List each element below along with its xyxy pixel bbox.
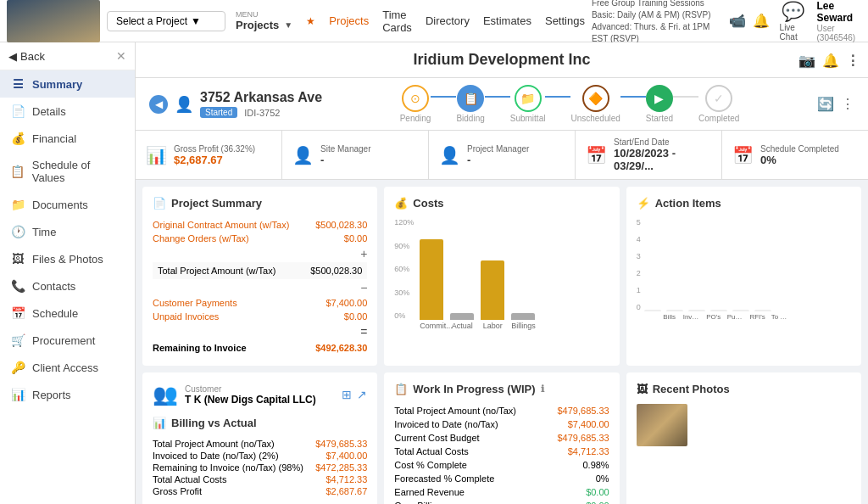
step-bidding[interactable]: 📋 Bidding [456,85,484,123]
chart-y-labels: 120% 90% 60% 30% 0% [394,218,414,320]
main-layout: ◀ Back ✕ ☰ Summary 📄 Details 💰 Financial… [0,42,868,504]
customer-payments-value: $7,400.00 [326,298,367,308]
recent-photos-card: 🖼 Recent Photos [626,372,861,504]
close-sidebar-button[interactable]: ✕ [116,49,126,63]
sidebar-item-files-photos[interactable]: 🖼 Files & Photos [0,245,135,272]
photo-thumb-1[interactable] [637,404,687,446]
sidebar-item-reports[interactable]: 📊 Reports [0,381,135,408]
stat-site-manager-content: Site Manager - [320,144,370,166]
step-submittal-circle: 📁 [515,85,542,112]
sidebar-item-procurement[interactable]: 🛒 Procurement [0,327,135,354]
more-icon[interactable]: ⋮ [846,52,860,68]
sidebar-item-details[interactable]: 📄 Details [0,98,135,125]
bell-icon[interactable]: 🔔 [753,13,770,29]
nav-directory[interactable]: Directory [426,14,470,27]
billing-vs-actual-title: 📊 Billing vs Actual [153,417,367,429]
action-bar-bills [644,310,661,311]
project-select[interactable]: Select a Project ▼ [107,11,225,31]
wip-value-7: $0.00 [586,501,609,504]
step-started[interactable]: ▶ Started [646,85,673,123]
customer-actions: ⊞ ↗ [342,388,367,401]
main-grid: 📄 Project Summary Original Contract Amou… [136,180,868,504]
refresh-button[interactable]: 🔄 [817,96,834,112]
nav-settings[interactable]: Settings [545,14,585,27]
bar-actual [450,313,474,320]
sidebar-item-files-photos-label: Files & Photos [32,253,103,266]
step-completed[interactable]: ✓ Completed [698,85,739,123]
step-submittal[interactable]: 📁 Submittal [510,85,546,123]
sidebar-item-client-access[interactable]: 🔑 Client Access [0,354,135,381]
action-bar-todos [754,310,771,311]
sidebar-item-documents[interactable]: 📁 Documents [0,191,135,218]
notification-icon[interactable]: 🔔 [822,52,839,68]
step-pending-circle: ⊙ [402,85,429,112]
project-select-label: Select a Project [116,15,187,27]
sidebar-item-time[interactable]: 🕐 Time [0,218,135,245]
sidebar-item-schedule-values[interactable]: 📋 Schedule of Values [0,152,135,191]
step-line-2 [485,96,510,98]
sidebar-item-schedule[interactable]: 📅 Schedule [0,300,135,327]
project-id: IDI-3752 [244,108,280,118]
wip-row-0: Total Project Amount (no/Tax) $479,685.3… [394,404,609,417]
files-photos-icon: 🖼 [10,252,25,266]
video-icon[interactable]: 📹 [729,13,746,29]
total-project-value: $500,028.30 [310,266,362,276]
customer-external-link-icon[interactable]: ↗ [357,388,367,401]
sidebar-item-financial[interactable]: 💰 Financial [0,125,135,152]
billing-label-0: Total Project Amount (no/Tax) [153,439,275,449]
start-end-date-label: Start/End Date [614,137,711,147]
step-completed-circle: ✓ [705,85,732,112]
unpaid-invoices-row: Unpaid Invoices $0.00 [153,310,367,323]
equals-row: = [153,323,367,340]
nav-projects[interactable]: Projects [329,14,369,27]
step-bidding-circle: 📋 [457,85,484,112]
nav-estimates[interactable]: Estimates [483,14,531,27]
photos-icon: 🖼 [637,383,648,395]
minus-row: − [153,279,367,296]
step-pending[interactable]: ⊙ Pending [400,85,431,123]
user-info: Lee Seward User (3046546) [817,0,862,42]
chat-icon: 💬 [782,1,804,23]
sidebar-item-reports-label: Reports [32,389,71,401]
gross-profit-icon: 📊 [146,145,167,165]
live-chat-btn[interactable]: 💬 Live Chat [780,1,807,42]
client-access-icon: 🔑 [10,361,25,374]
step-line-3 [545,96,570,98]
back-button[interactable]: ◀ Back [8,50,45,63]
sidebar-item-contacts[interactable]: 📞 Contacts [0,272,135,300]
action-bar-pos [688,310,705,311]
stat-gross-profit: 📊 Gross Profit (36.32%) $2,687.67 [136,131,281,179]
summary-icon: ☰ [10,77,25,91]
sidebar-item-summary[interactable]: ☰ Summary [0,70,135,98]
project-name: 3752 Arkansas Ave [200,90,322,105]
bar-labor [481,260,504,320]
more-options-button[interactable]: ⋮ [841,96,854,112]
nav-timecards[interactable]: Time Cards [382,8,412,34]
wip-value-3: $4,712.33 [568,446,609,456]
customer-info: 👥 Customer T K (New Digs Capital LLC) ⊞ … [153,383,367,406]
stat-project-manager-content: Project Manager - [467,144,529,166]
menu-label: MENU [236,10,259,19]
camera-icon[interactable]: 📷 [798,52,815,68]
schedule-completed-label: Schedule Completed [760,144,839,154]
bar-billings-fill [511,313,535,320]
logo [7,0,100,42]
step-unscheduled[interactable]: 🔶 Unscheduled [570,85,620,123]
original-contract-label: Original Contract Amount (w/Tax) [153,220,289,230]
project-manager-label: Project Manager [467,144,529,154]
wip-title: 📋 Work In Progress (WIP) ℹ [394,383,609,395]
customer-name: T K (New Digs Capital LLC) [185,394,316,406]
person-icon: 👤 [175,95,193,114]
action-bar-rfis [732,310,749,311]
wip-info-icon[interactable]: ℹ [541,384,544,395]
action-y-labels: 5 4 3 2 1 0 [637,218,641,311]
billing-label-4: Gross Profit [153,486,202,496]
costs-chart: 120% 90% 60% 30% 0% [394,218,609,337]
step-pending-label: Pending [400,114,431,123]
customer-edit-icon[interactable]: ⊞ [342,388,352,401]
remaining-value: $492,628.30 [315,343,367,353]
chart-x-labels: Commit... Actual Labor Billings [394,322,609,330]
training-info: Free Group Training SessionsBasic: Daily… [592,0,719,45]
prev-project-button[interactable]: ◀ [149,95,168,114]
customer-label: Customer [185,384,316,394]
